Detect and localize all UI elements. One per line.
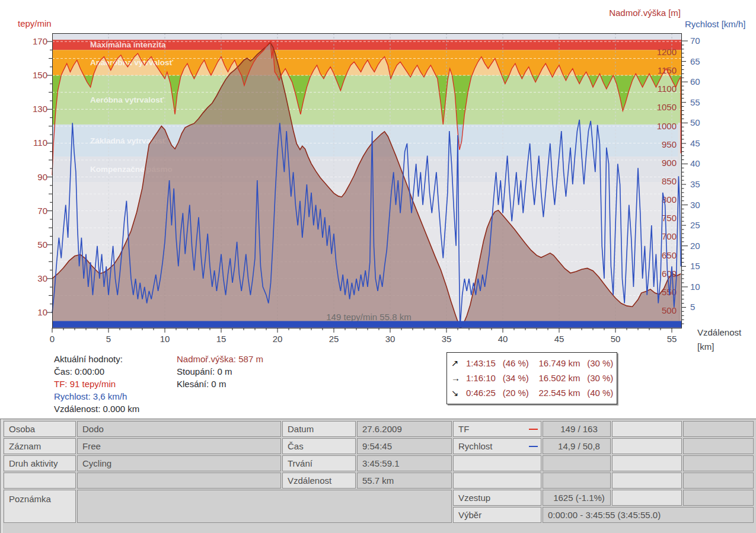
svg-text:600: 600 [662, 269, 677, 279]
current-altitude: Nadmoř.výška: 587 m [177, 353, 263, 365]
poznamka-label: Poznámka [4, 490, 76, 523]
svg-text:650: 650 [662, 250, 677, 260]
empty-cell [612, 473, 682, 489]
zaznam-label: Záznam [4, 438, 76, 454]
svg-text:170: 170 [33, 36, 47, 46]
datum-label: Datum [282, 421, 356, 437]
session-table: Osoba Dodo Datum 27.6.2009 TF 149 / 163 … [2, 420, 755, 524]
svg-text:Maximálna intenzita: Maximálna intenzita [90, 40, 166, 49]
svg-text:20: 20 [273, 334, 283, 344]
svg-text:40: 40 [498, 334, 508, 344]
rychlost-label-cell: Rychlost [453, 438, 541, 454]
svg-text:30: 30 [385, 334, 395, 344]
svg-text:45: 45 [690, 138, 700, 148]
table-row: Vzdálenost 55.7 km [4, 473, 754, 489]
svg-text:5: 5 [690, 302, 695, 312]
current-time: Čas: 0:00:00 [54, 365, 139, 378]
current-values-title: Aktuální hodnoty: [54, 353, 139, 365]
empty-cell [453, 455, 541, 471]
empty-cell [77, 473, 281, 489]
svg-text:70: 70 [37, 206, 47, 216]
svg-text:35: 35 [442, 334, 452, 344]
empty-cell [543, 455, 611, 471]
flat-time-pct: (34 %) [503, 371, 539, 385]
empty-cell [683, 455, 754, 471]
cas-value: 9:54:45 [357, 438, 452, 454]
svg-text:60: 60 [690, 76, 700, 87]
osoba-label: Osoba [4, 421, 76, 437]
rychlost-label: Rychlost [458, 441, 529, 451]
svg-text:110: 110 [33, 138, 47, 148]
gradient-summary-box: ↗ 1:43:15 (46 %) 16.749 km (30 %) → 1:16… [446, 352, 617, 404]
svg-text:50: 50 [690, 117, 700, 127]
speed-axis-title: Rychlost [km/h] [685, 19, 746, 29]
uphill-distance-pct: (30 %) [587, 356, 617, 371]
svg-text:50: 50 [611, 334, 621, 344]
svg-text:900: 900 [662, 158, 677, 168]
tf-label: TF [458, 424, 529, 434]
svg-text:10: 10 [690, 282, 700, 292]
table-row: Osoba Dodo Datum 27.6.2009 TF 149 / 163 [4, 421, 754, 437]
empty-cell [612, 421, 682, 437]
svg-text:10: 10 [37, 307, 47, 317]
uphill-distance: 16.749 km [538, 356, 587, 371]
svg-text:1100: 1100 [658, 84, 677, 94]
svg-text:35: 35 [690, 179, 700, 189]
svg-text:40: 40 [690, 158, 700, 168]
empty-cell [453, 473, 541, 489]
vzdalenost-value: 55.7 km [357, 473, 452, 489]
current-values-block: Aktuální hodnoty: Čas: 0:00:00 TF: 91 te… [54, 353, 139, 415]
x-axis-title: Vzdálenost [697, 327, 741, 337]
trvani-label: Trvání [282, 455, 356, 471]
empty-cell [612, 438, 682, 454]
current-ascent: Stoupání: 0 m [177, 365, 263, 378]
summary-row-uphill: ↗ 1:43:15 (46 %) 16.749 km (30 %) [447, 356, 617, 371]
vzdalenost-label: Vzdálenost [282, 473, 356, 489]
svg-text:50: 50 [37, 240, 47, 250]
summary-row-downhill: ↘ 0:46:25 (20 %) 22.545 km (40 %) [447, 385, 617, 400]
summary-row-flat: → 1:16:10 (34 %) 16.502 km (30 %) [447, 371, 617, 385]
svg-text:90: 90 [37, 172, 47, 182]
svg-text:850: 850 [662, 176, 677, 186]
table-row: Záznam Free Čas 9:54:45 Rychlost 14,9 / … [4, 438, 754, 454]
datum-value: 27.6.2009 [357, 421, 452, 437]
svg-text:15: 15 [690, 261, 700, 271]
elevation-values-block: Nadmoř.výška: 587 m Stoupání: 0 m Klesán… [177, 353, 263, 390]
svg-text:950: 950 [662, 139, 677, 149]
downhill-distance-pct: (40 %) [587, 385, 617, 400]
svg-text:45: 45 [554, 334, 564, 344]
svg-text:10: 10 [160, 334, 170, 344]
empty-cell [683, 438, 754, 454]
svg-text:149 tepy/min 55.8 km: 149 tepy/min 55.8 km [326, 312, 411, 322]
empty-cell [543, 473, 611, 489]
empty-cell [683, 421, 754, 437]
svg-text:150: 150 [33, 70, 47, 80]
svg-text:55: 55 [667, 334, 677, 344]
svg-text:750: 750 [662, 213, 677, 223]
panel-left-border [0, 419, 1, 533]
current-descent: Klesání: 0 m [177, 378, 263, 390]
poznamka-value [77, 490, 452, 523]
svg-text:70: 70 [690, 36, 700, 46]
table-row: Druh aktivity Cycling Trvání 3:45:59.1 [4, 455, 754, 471]
hr-line-swatch-icon [529, 429, 538, 430]
downhill-time: 0:46:25 [466, 385, 503, 400]
svg-text:65: 65 [690, 56, 700, 66]
svg-text:55: 55 [690, 97, 700, 107]
svg-text:5: 5 [106, 334, 111, 344]
druh-label: Druh aktivity [4, 455, 76, 471]
empty-cell [683, 490, 754, 506]
arrow-right-icon: → [451, 371, 466, 385]
altitude-axis-title: Nadmoř.výška [m] [603, 8, 681, 18]
flat-distance: 16.502 km [538, 371, 587, 385]
svg-text:30: 30 [690, 200, 700, 210]
downhill-time-pct: (20 %) [503, 385, 539, 400]
svg-text:1000: 1000 [657, 121, 677, 131]
empty-cell [612, 490, 682, 506]
druh-value: Cycling [77, 455, 281, 471]
tf-label-cell: TF [453, 421, 541, 437]
downhill-distance: 22.545 km [538, 385, 587, 400]
svg-text:130: 130 [33, 104, 47, 114]
arrow-down-right-icon: ↘ [451, 385, 466, 400]
current-speed: Rychlost: 3,6 km/h [54, 390, 139, 403]
